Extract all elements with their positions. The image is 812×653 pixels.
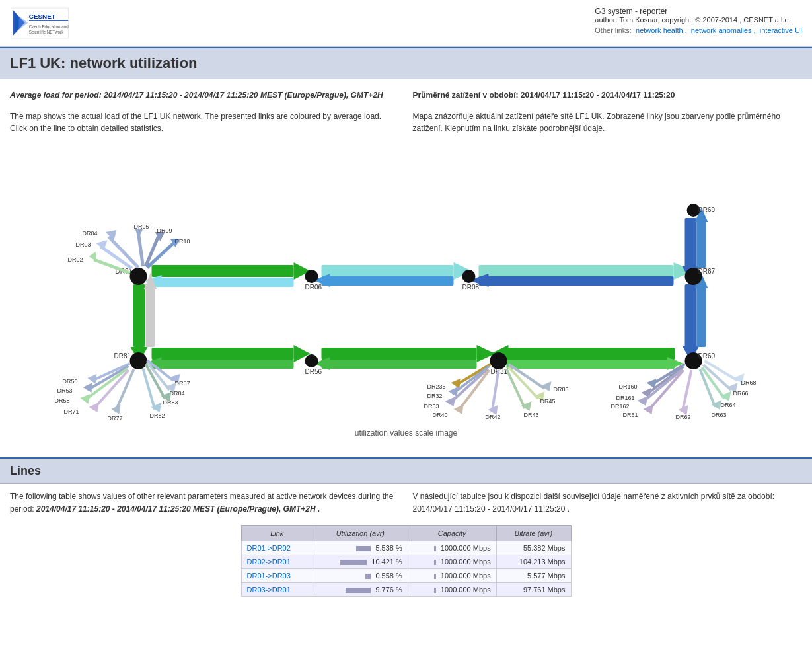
label-dr77: DR77 [108, 415, 123, 422]
cell-link[interactable]: DR01->DR02 [241, 541, 313, 555]
label-dr50: DR50 [63, 378, 78, 385]
label-dr42: DR42 [486, 414, 501, 420]
util-bar [340, 560, 367, 565]
cell-util: 0.558 % [313, 569, 408, 583]
label-dr03: DR03 [76, 241, 91, 248]
label-dr82: DR82 [150, 412, 165, 419]
lines-right-text: V následující tabulce jsou k dispozici d… [413, 492, 775, 501]
svg-rect-19 [152, 265, 294, 277]
link-anchor[interactable]: DR02->DR01 [247, 558, 291, 566]
cell-link[interactable]: DR01->DR03 [241, 569, 313, 583]
label-dr33: DR33 [424, 403, 439, 410]
cell-capacity: 1000.000 Mbps [408, 555, 496, 569]
page-title: LF1 UK: network utilization [10, 55, 802, 72]
cell-link[interactable]: DR02->DR01 [241, 555, 313, 569]
label-dr56: DR56 [305, 368, 322, 375]
label-dr06: DR06 [305, 284, 322, 291]
label-dr02: DR02 [68, 256, 83, 263]
label-dr64: DR64 [721, 402, 736, 408]
table-wrapper: Link Utilization (avr) Capacity Bitrate … [10, 525, 802, 597]
header: CESNET Czech Education and Scientific NE… [0, 0, 812, 47]
left-description: Average load for period: 2014/04/17 11:1… [10, 89, 400, 134]
svg-rect-35 [322, 348, 477, 360]
network-health-link[interactable]: network health . [636, 26, 687, 34]
label-dr62: DR62 [676, 414, 691, 420]
label-dr235: DR235 [427, 383, 446, 390]
svg-rect-41 [507, 360, 675, 369]
cell-capacity: 1000.000 Mbps [408, 541, 496, 555]
svg-rect-23 [322, 265, 454, 277]
network-anomalies-link[interactable]: network anomalies , [691, 26, 756, 34]
svg-rect-25 [322, 276, 454, 286]
link-anchor[interactable]: DR01->DR02 [247, 544, 291, 552]
node-dr06[interactable] [305, 270, 318, 283]
svg-text:Czech Education and: Czech Education and [29, 24, 69, 29]
label-dr08: DR08 [462, 284, 480, 291]
label-dr160: DR160 [619, 383, 638, 390]
cell-util: 9.776 % [313, 583, 408, 597]
label-dr60: DR60 [698, 352, 716, 360]
cap-bar [434, 588, 436, 593]
lines-right-desc: V následující tabulce jsou k dispozici d… [413, 490, 803, 516]
svg-rect-45 [146, 284, 155, 347]
svg-text:CESNET: CESNET [29, 13, 55, 20]
svg-rect-29 [479, 276, 674, 286]
label-dr87: DR87 [175, 380, 190, 387]
node-dr01[interactable] [130, 268, 147, 285]
table-row: DR01->DR03 0.558 % 1000.000 Mbps 5.577 M… [241, 569, 571, 583]
svg-rect-39 [507, 348, 675, 360]
lines-table: Link Utilization (avr) Capacity Bitrate … [241, 525, 572, 597]
lines-content: The following table shows values of othe… [0, 490, 812, 607]
lines-description: The following table shows values of othe… [10, 490, 802, 516]
svg-rect-27 [479, 265, 674, 277]
link-anchor[interactable]: DR03->DR01 [247, 586, 291, 594]
cap-bar [434, 560, 436, 565]
node-dr56[interactable] [305, 354, 318, 367]
label-dr84: DR84 [170, 390, 185, 397]
label-dr66: DR66 [733, 390, 749, 397]
logo-area: CESNET Czech Education and Scientific NE… [10, 7, 69, 40]
col-bitrate: Bitrate (avr) [496, 526, 571, 541]
page-title-bar: LF1 UK: network utilization [0, 47, 812, 79]
network-svg[interactable]: DR01 DR06 DR08 DR67 DR69 DR81 DR56 DR31 … [10, 144, 802, 422]
cell-link[interactable]: DR03->DR01 [241, 583, 313, 597]
cell-bitrate: 104.213 Mbps [496, 555, 571, 569]
label-dr85: DR85 [554, 386, 569, 393]
label-dr05: DR05 [134, 223, 149, 230]
right-period: Průměrné zatížení v období: 2014/04/17 1… [413, 89, 803, 101]
label-dr67: DR67 [698, 268, 716, 275]
col-link: Link [241, 526, 313, 541]
link-anchor[interactable]: DR01->DR03 [247, 572, 291, 580]
svg-rect-37 [322, 360, 477, 369]
other-links: Other links: network health . network an… [595, 26, 802, 34]
system-title: G3 system - reporter [595, 7, 802, 16]
label-dr83: DR83 [163, 399, 178, 406]
svg-rect-43 [133, 284, 145, 347]
node-dr08[interactable] [462, 270, 476, 283]
right-body: Mapa znázorňuje aktuální zatížení páteře… [413, 110, 803, 134]
label-dr32: DR32 [427, 393, 443, 399]
node-dr31[interactable] [490, 352, 507, 369]
cell-capacity: 1000.000 Mbps [408, 583, 496, 597]
cap-bar [434, 546, 436, 551]
util-bar [346, 588, 371, 593]
header-info: G3 system - reporter author: Tom Kosnar,… [595, 7, 802, 34]
node-dr81[interactable] [130, 352, 147, 369]
label-dr61: DR61 [623, 412, 638, 418]
interactive-ui-link[interactable]: interactive UI [760, 26, 802, 34]
right-description: Průměrné zatížení v období: 2014/04/17 1… [413, 89, 803, 134]
lines-title: Lines [10, 464, 802, 478]
label-dr53: DR53 [57, 387, 73, 394]
label-dr71: DR71 [64, 408, 79, 415]
label-dr68: DR68 [741, 379, 757, 386]
label-dr09: DR09 [157, 227, 172, 234]
author-line: author: Tom Kosnar, copyright: © 2007-20… [595, 16, 802, 24]
lines-right-period: 2014/04/17 11:15:20 - 2014/04/17 11:25:2… [413, 504, 570, 514]
network-map[interactable]: DR01 DR06 DR08 DR67 DR69 DR81 DR56 DR31 … [10, 144, 802, 422]
label-dr161: DR161 [616, 395, 635, 401]
table-row: DR03->DR01 9.776 % 1000.000 Mbps 97.761 … [241, 583, 571, 597]
cell-util: 5.538 % [313, 541, 408, 555]
label-dr162: DR162 [611, 403, 630, 410]
cell-bitrate: 55.382 Mbps [496, 541, 571, 555]
svg-rect-49 [697, 284, 706, 347]
